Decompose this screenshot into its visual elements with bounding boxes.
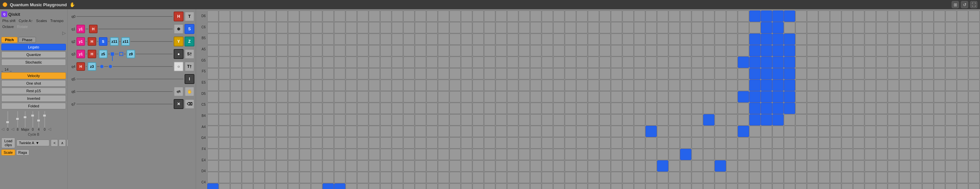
grid-cell[interactable] (715, 103, 726, 114)
grid-cell[interactable] (507, 160, 518, 172)
grid-cell[interactable] (622, 22, 634, 33)
grid-cell[interactable] (299, 68, 311, 79)
grid-cell[interactable] (288, 57, 299, 68)
grid-cell[interactable] (922, 45, 934, 56)
grid-cell[interactable] (622, 45, 634, 56)
grid-cell[interactable] (853, 126, 864, 137)
grid-cell[interactable] (553, 103, 565, 114)
grid-cell[interactable] (680, 45, 691, 56)
grid-cell[interactable] (842, 80, 853, 91)
grid-cell[interactable] (576, 160, 587, 172)
grid-cell[interactable] (807, 160, 818, 172)
grid-cell[interactable] (553, 45, 565, 56)
grid-cell[interactable] (622, 57, 634, 68)
grid-cell[interactable] (553, 80, 565, 91)
q3-z5-gate[interactable]: z5 (99, 50, 107, 58)
grid-cell[interactable] (668, 137, 680, 148)
grid-cell[interactable] (784, 68, 795, 79)
grid-cell[interactable] (922, 33, 934, 45)
grid-cell[interactable] (380, 114, 391, 125)
grid-cell[interactable] (230, 103, 242, 114)
grid-cell[interactable] (911, 68, 922, 79)
grid-cell[interactable] (819, 160, 830, 172)
grid-cell[interactable] (611, 172, 622, 183)
grid-cell[interactable] (426, 149, 438, 160)
inverted-button[interactable]: Inverted (1, 95, 66, 102)
grid-cell[interactable] (380, 137, 391, 148)
grid-cell[interactable] (530, 103, 541, 114)
grid-cell[interactable] (865, 114, 876, 125)
grid-cell[interactable] (715, 11, 726, 22)
grid-cell[interactable] (346, 57, 357, 68)
grid-cell[interactable] (449, 103, 461, 114)
grid-cell[interactable] (565, 68, 576, 79)
grid-cell[interactable] (496, 33, 507, 45)
grid-cell[interactable] (265, 33, 276, 45)
grid-cell[interactable] (530, 160, 541, 172)
grid-cell[interactable] (772, 137, 784, 148)
grid-cell[interactable] (726, 80, 737, 91)
grid-cell[interactable] (277, 80, 288, 91)
grid-cell[interactable] (934, 137, 945, 148)
grid-cell[interactable] (369, 80, 380, 91)
grid-cell[interactable] (277, 33, 288, 45)
grid-cell[interactable] (761, 114, 772, 125)
grid-cell[interactable] (277, 11, 288, 22)
grid-cell[interactable] (657, 103, 668, 114)
grid-cell[interactable] (657, 33, 668, 45)
grid-cell[interactable] (715, 91, 726, 102)
grid-cell[interactable] (288, 172, 299, 183)
grid-cell[interactable] (807, 183, 818, 189)
grid-cell[interactable] (207, 80, 218, 91)
grid-cell[interactable] (576, 91, 587, 102)
nav-tab-octave[interactable]: Octave (1, 24, 15, 29)
grid-cell[interactable] (853, 45, 864, 56)
grid-cell[interactable] (634, 172, 645, 183)
grid-cell[interactable] (553, 172, 565, 183)
grid-cell[interactable] (830, 172, 841, 183)
grid-cell[interactable] (726, 149, 737, 160)
grid-cell[interactable] (865, 57, 876, 68)
grid-cell[interactable] (830, 33, 841, 45)
grid-cell[interactable] (357, 126, 368, 137)
grid-cell[interactable] (230, 160, 242, 172)
grid-cell[interactable] (473, 80, 484, 91)
grid-cell[interactable] (876, 22, 888, 33)
grid-cell[interactable] (277, 68, 288, 79)
grid-cell[interactable] (530, 33, 541, 45)
grid-cell[interactable] (749, 45, 760, 56)
grid-cell[interactable] (784, 137, 795, 148)
grid-cell[interactable] (611, 149, 622, 160)
grid-cell[interactable] (334, 172, 345, 183)
grid-cell[interactable] (945, 114, 957, 125)
grid-cell[interactable] (253, 11, 265, 22)
grid-cell[interactable] (553, 33, 565, 45)
grid-cell[interactable] (565, 57, 576, 68)
grid-cell[interactable] (692, 114, 703, 125)
grid-cell[interactable] (484, 68, 495, 79)
grid-cell[interactable] (265, 91, 276, 102)
grid-cell[interactable] (842, 68, 853, 79)
grid-cell[interactable] (692, 80, 703, 91)
grid-cell[interactable] (553, 126, 565, 137)
grid-cell[interactable] (357, 137, 368, 148)
grid-cell[interactable] (461, 172, 472, 183)
window-icon-1[interactable]: ⊞ (952, 1, 959, 8)
grid-cell[interactable] (299, 11, 311, 22)
grid-cell[interactable] (392, 22, 403, 33)
grid-cell[interactable] (830, 57, 841, 68)
grid-cell[interactable] (311, 114, 322, 125)
grid-cell[interactable] (772, 126, 784, 137)
grid-cell[interactable] (715, 126, 726, 137)
grid-cell[interactable] (761, 80, 772, 91)
grid-cell[interactable] (288, 160, 299, 172)
grid-cell[interactable] (969, 126, 980, 137)
grid-cell[interactable] (311, 80, 322, 91)
grid-cell[interactable] (957, 183, 968, 189)
grid-cell[interactable] (749, 103, 760, 114)
grid-cell[interactable] (945, 160, 957, 172)
q2-h-gate[interactable]: H (88, 37, 96, 46)
grid-cell[interactable] (876, 45, 888, 56)
grid-cell[interactable] (242, 172, 253, 183)
grid-cell[interactable] (207, 114, 218, 125)
